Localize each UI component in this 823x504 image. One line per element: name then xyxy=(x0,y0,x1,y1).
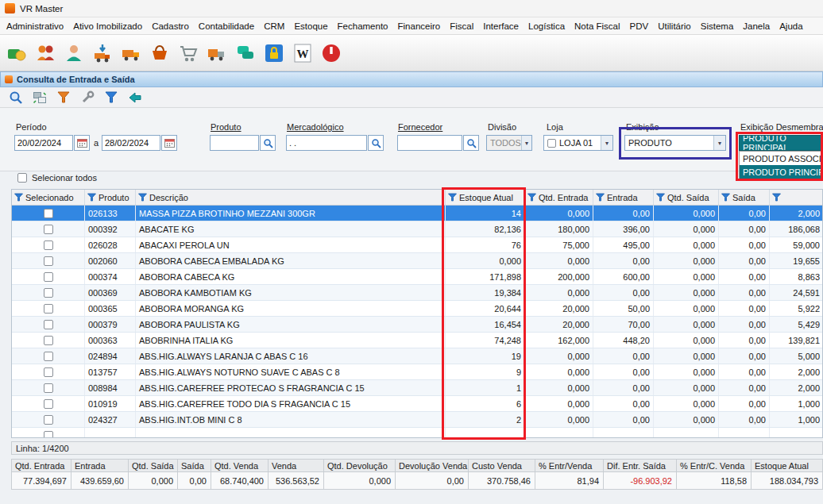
row-checkbox[interactable] xyxy=(44,415,53,425)
row-checkbox[interactable] xyxy=(44,240,53,250)
menu-item-pdv[interactable]: PDV xyxy=(625,21,654,31)
periodo-to-calendar-button[interactable] xyxy=(161,135,177,151)
menu-item-ajuda[interactable]: Ajuda xyxy=(775,21,807,31)
menu-item-cadastro[interactable]: Cadastro xyxy=(147,21,194,31)
column-header-selecionado[interactable]: Selecionado xyxy=(12,190,85,205)
word-icon[interactable]: W xyxy=(289,38,315,68)
produto-search-button[interactable] xyxy=(260,135,276,151)
menu-item-nota-fiscal[interactable]: Nota Fiscal xyxy=(570,21,625,31)
column-header-produto[interactable]: Produto xyxy=(85,190,136,205)
back-arrow-icon[interactable] xyxy=(126,89,143,106)
user-icon[interactable] xyxy=(60,38,87,68)
fornecedor-search-button[interactable] xyxy=(463,135,479,151)
table-row[interactable]: 000374ABOBORA CABECA KG171,898200,000600… xyxy=(12,269,822,285)
dropdown-option[interactable]: PRODUTO ASSOCIAD xyxy=(740,152,822,165)
produto-input[interactable] xyxy=(210,135,259,151)
row-checkbox[interactable] xyxy=(44,336,53,345)
menu-item-fiscal[interactable]: Fiscal xyxy=(445,21,478,31)
chevron-down-icon[interactable]: ▾ xyxy=(601,136,612,150)
row-checkbox[interactable] xyxy=(44,352,53,361)
table-row[interactable]: 000379ABOBORA PAULISTA KG16,45420,00070,… xyxy=(12,317,822,333)
search-icon[interactable] xyxy=(7,89,24,106)
table-row[interactable]: 026028ABACAXI PEROLA UN7675,000495,000,0… xyxy=(12,237,822,253)
users-icon[interactable] xyxy=(32,38,58,68)
column-header-entrada[interactable]: Entrada xyxy=(593,190,654,205)
chevron-down-icon[interactable]: ▾ xyxy=(521,136,531,150)
column-header-col9[interactable] xyxy=(770,190,823,205)
column-header-qtd_entrada[interactable]: Qtd. Entrada xyxy=(525,190,593,205)
power-icon[interactable] xyxy=(318,38,344,68)
row-checkbox[interactable] xyxy=(44,288,53,298)
table-row[interactable]: 024327ABS.HIG.INT.OB MINI C 820,0000,000… xyxy=(12,412,822,428)
column-header-qtd_saida[interactable]: Qtd. Saída xyxy=(654,190,719,205)
lock-icon[interactable] xyxy=(261,38,287,68)
row-checkbox[interactable] xyxy=(44,320,53,329)
truck-receive-icon[interactable] xyxy=(89,38,115,68)
summary-value: -96.903,92 xyxy=(604,472,677,490)
menu-item-contabilidade[interactable]: Contabilidade xyxy=(194,21,259,31)
loja-checkbox[interactable] xyxy=(547,139,556,148)
basket-icon[interactable] xyxy=(146,38,172,68)
periodo-from-calendar-button[interactable] xyxy=(74,135,90,151)
fornecedor-input[interactable] xyxy=(397,135,462,151)
table-row[interactable]: 000369ABOBORA KAMBOTIAM KG19,3840,0000,0… xyxy=(12,285,822,301)
row-checkbox[interactable] xyxy=(44,304,53,314)
menu-item-logística[interactable]: Logística xyxy=(524,21,570,31)
exibicao-desm-select[interactable]: PRODUTO PRINCIPAL xyxy=(739,135,823,151)
chat-icon[interactable] xyxy=(232,38,258,68)
chevron-down-icon[interactable]: ▾ xyxy=(713,136,725,150)
row-checkbox[interactable] xyxy=(44,367,53,377)
produto-label[interactable]: Produto xyxy=(211,122,241,132)
table-row[interactable]: 000365ABOBORA MORANGA KG20,64420,00050,0… xyxy=(12,301,822,317)
row-checkbox[interactable] xyxy=(44,225,53,234)
select-all-checkbox[interactable] xyxy=(17,173,27,183)
menu-item-financeiro[interactable]: Financeiro xyxy=(393,21,446,31)
row-checkbox[interactable] xyxy=(44,209,53,218)
menu-item-fechamento[interactable]: Fechamento xyxy=(333,21,393,31)
row-checkbox[interactable] xyxy=(44,383,53,393)
table-row[interactable]: 010919ABS.HIG.CAREFREE TODO DIA S FRAGAN… xyxy=(12,396,822,412)
loja-select[interactable]: LOJA 01 ▾ xyxy=(543,135,613,151)
table-row[interactable]: 024894ABS.HIG.ALWAYS LARANJA C ABAS C 16… xyxy=(12,348,822,364)
periodo-from-input[interactable] xyxy=(14,135,73,151)
table-row[interactable]: 000392ABACATE KG82,136180,000396,000,000… xyxy=(12,221,822,237)
fornecedor-label[interactable]: Fornecedor xyxy=(398,122,442,132)
menu-item-crm[interactable]: CRM xyxy=(259,21,289,31)
periodo-to-input[interactable] xyxy=(102,135,160,151)
cell-qtd_saida: 0,000 xyxy=(654,237,719,252)
filter-icon[interactable] xyxy=(102,89,119,106)
mercadologico-input[interactable] xyxy=(286,135,367,151)
table-row[interactable]: 008984ABS.HIG.CAREFREE PROTECAO S FRAGRA… xyxy=(12,380,822,396)
mercadologico-label[interactable]: Mercadológico xyxy=(287,122,344,132)
tools-icon[interactable] xyxy=(79,89,95,106)
money-icon[interactable] xyxy=(3,38,29,68)
menu-item-administrativo[interactable]: Administrativo xyxy=(2,21,68,31)
filter-clear-icon[interactable] xyxy=(55,89,71,106)
table-row[interactable]: 002060ABOBORA CABECA EMBALADA KG0,0000,0… xyxy=(12,253,822,269)
delivery-truck-icon[interactable] xyxy=(203,38,230,68)
truck-icon[interactable] xyxy=(118,38,144,68)
menu-item-ativo-imobilizado[interactable]: Ativo Imobilizado xyxy=(68,21,147,31)
row-checkbox[interactable] xyxy=(44,272,53,282)
menu-item-sistema[interactable]: Sistema xyxy=(696,21,739,31)
divisao-select[interactable]: TODOS ▾ xyxy=(486,135,532,151)
menu-item-janela[interactable]: Janela xyxy=(738,21,775,31)
row-checkbox[interactable] xyxy=(44,399,53,409)
table-row[interactable] xyxy=(12,428,822,438)
menu-item-utilitário[interactable]: Utilitário xyxy=(653,21,696,31)
column-header-descricao[interactable]: Descrição xyxy=(136,190,446,205)
column-header-saida[interactable]: Saída xyxy=(719,190,770,205)
transfer-icon[interactable] xyxy=(31,89,48,106)
table-row[interactable]: 013757ABS.HIG.ALWAYS NOTURNO SUAVE C ABA… xyxy=(12,364,822,380)
mercadologico-search-button[interactable] xyxy=(368,135,384,151)
dropdown-option[interactable]: PRODUTO PRINCIPAL xyxy=(740,165,822,179)
row-checkbox[interactable] xyxy=(44,431,53,439)
row-checkbox[interactable] xyxy=(44,256,53,266)
table-row[interactable]: 000363ABOBRINHA ITALIA KG74,248162,00044… xyxy=(12,333,822,348)
column-header-estoque_atual[interactable]: Estoque Atual xyxy=(446,190,525,205)
cart-icon[interactable] xyxy=(175,38,201,68)
exibicao-select[interactable]: PRODUTO ▾ xyxy=(624,135,726,151)
menu-item-estoque[interactable]: Estoque xyxy=(289,21,332,31)
menu-item-interface[interactable]: Interface xyxy=(478,21,524,31)
table-row[interactable]: 026133MASSA PIZZA BROTINHO MEZZANI 300GR… xyxy=(12,206,822,221)
